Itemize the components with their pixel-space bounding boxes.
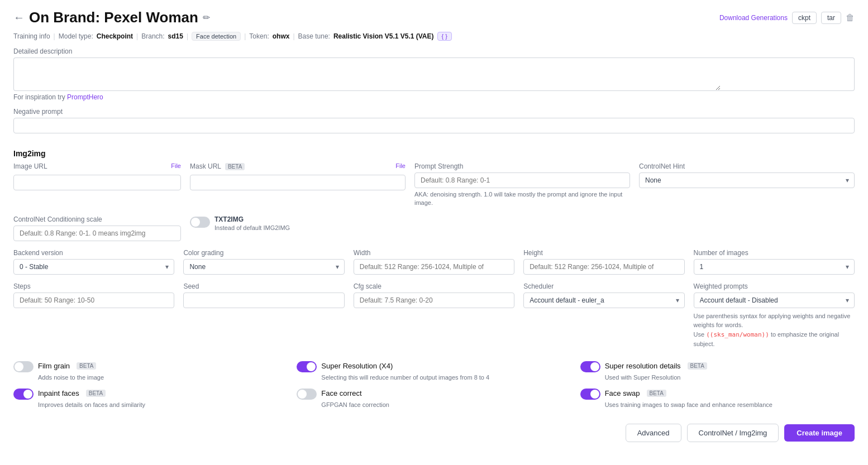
- weighted-prompts-field: Weighted prompts Account default - Disab…: [694, 282, 855, 349]
- weighted-prompts-desc: Use parenthesis syntax for applying weig…: [694, 311, 855, 349]
- super-res-sub: Selecting this will reduce number of out…: [297, 374, 571, 381]
- model-type-value: Checkpoint: [97, 32, 133, 40]
- model-type-label: Model type:: [59, 32, 93, 40]
- backend-version-select[interactable]: 0 - Stable 1 - Experimental: [13, 259, 174, 275]
- controlnet-hint-label: ControlNet Hint: [639, 162, 855, 170]
- controlnet-hint-select[interactable]: None Canny Depth Openpose: [639, 172, 855, 188]
- txt2img-toggle[interactable]: [190, 217, 210, 228]
- film-grain-beta: BETA: [77, 362, 96, 370]
- description-right-panel: [721, 57, 855, 91]
- face-detection-tag: Face detection: [192, 32, 241, 41]
- create-image-button[interactable]: Create image: [784, 424, 855, 442]
- mask-url-label: Mask URL BETA: [190, 162, 245, 170]
- image-url-field: Image URL File: [13, 162, 181, 190]
- txt2img-sub: Instead of default IMG2IMG: [214, 224, 290, 231]
- steps-field: Steps: [13, 282, 174, 308]
- trash-icon[interactable]: 🗑: [846, 13, 855, 23]
- film-grain-toggle-item: Film grain BETA Adds noise to the image: [13, 360, 288, 381]
- scheduler-select[interactable]: Account default - euler_a euler ddim pnd…: [523, 293, 684, 308]
- mask-url-input[interactable]: [190, 175, 406, 190]
- base-tune-label: Base tune:: [298, 32, 330, 40]
- download-link[interactable]: Download Generations: [719, 14, 788, 22]
- face-correct-toggle-item: Face correct GFPGAN face correction: [297, 387, 571, 408]
- inpaint-faces-sub: Improves details on faces and similarity: [13, 401, 288, 408]
- inpaint-faces-label: Inpaint faces: [38, 389, 79, 397]
- height-input[interactable]: [523, 259, 684, 275]
- image-url-label: Image URL: [13, 162, 47, 170]
- seed-label: Seed: [183, 282, 344, 290]
- height-label: Height: [523, 249, 684, 257]
- inpaint-faces-toggle[interactable]: [13, 389, 34, 400]
- image-url-input[interactable]: [13, 175, 181, 190]
- controlnet-scale-field: ControlNet Conditioning scale: [13, 215, 181, 241]
- controlnet-img2img-button[interactable]: ControlNet / Img2img: [687, 424, 779, 442]
- film-grain-label: Film grain: [38, 362, 70, 370]
- face-swap-toggle[interactable]: [580, 389, 600, 400]
- super-res-details-toggle-item: Super resolution details BETA Used with …: [580, 360, 855, 381]
- description-textarea[interactable]: [13, 57, 721, 91]
- steps-input[interactable]: [13, 293, 174, 308]
- color-grading-label: Color grading: [183, 249, 344, 257]
- weighted-prompts-select[interactable]: Account default - Disabled Enabled Disab…: [694, 293, 855, 308]
- super-res-label: Super Resolution (X4): [321, 362, 393, 370]
- height-field: Height: [523, 249, 684, 275]
- negative-prompt-input[interactable]: [13, 118, 855, 133]
- weighted-code: ((sks_man/woman)): [706, 331, 769, 338]
- txt2img-label: TXT2IMG: [214, 215, 290, 223]
- image-url-file-link[interactable]: File: [171, 162, 181, 169]
- img2img-title: Img2img: [13, 149, 855, 158]
- prompthero-link[interactable]: PromptHero: [67, 93, 103, 101]
- super-res-toggle-item: Super Resolution (X4) Selecting this wil…: [297, 360, 571, 381]
- seed-field: Seed 42: [183, 282, 344, 308]
- face-swap-label: Face swap: [605, 389, 640, 397]
- prompt-strength-input[interactable]: [414, 172, 630, 188]
- cfg-scale-input[interactable]: [354, 293, 514, 308]
- scheduler-label: Scheduler: [523, 282, 684, 290]
- color-grading-select[interactable]: None Warm Cool Vivid: [183, 259, 344, 275]
- seed-input[interactable]: 42: [183, 293, 344, 308]
- scheduler-field: Scheduler Account default - euler_a eule…: [523, 282, 684, 308]
- controlnet-scale-input[interactable]: [13, 226, 181, 241]
- description-label: Detailed description: [13, 47, 855, 55]
- inpaint-faces-beta: BETA: [86, 390, 106, 397]
- face-correct-label: Face correct: [321, 389, 361, 397]
- back-button[interactable]: ←: [13, 11, 25, 24]
- inspiration-text: For inspiration try PromptHero: [13, 93, 855, 101]
- token-value: ohwx: [273, 32, 290, 40]
- mask-url-beta: BETA: [225, 163, 245, 170]
- num-images-select[interactable]: 1 2 4 8: [694, 259, 855, 275]
- face-swap-beta: BETA: [647, 390, 666, 397]
- meta-row: Training info | Model type: Checkpoint |…: [13, 32, 855, 41]
- super-res-details-beta: BETA: [688, 362, 707, 370]
- width-field: Width: [354, 249, 514, 275]
- num-images-label: Number of images: [694, 249, 855, 257]
- film-grain-sub: Adds noise to the image: [13, 374, 288, 381]
- super-res-details-sub: Used with Super Resolution: [580, 374, 855, 381]
- txt2img-toggle-area: TXT2IMG Instead of default IMG2IMG: [190, 215, 290, 231]
- token-label: Token:: [249, 32, 269, 40]
- prompt-strength-hint: AKA: denoising strength. 1.0 will take m…: [414, 190, 630, 208]
- training-info-label: Training info: [13, 32, 50, 40]
- mask-url-file-link[interactable]: File: [395, 162, 406, 169]
- width-input[interactable]: [354, 259, 514, 275]
- page-title: On Brand: Pexel Woman: [29, 9, 198, 26]
- backend-version-label: Backend version: [13, 249, 174, 257]
- cfg-scale-label: Cfg scale: [354, 282, 514, 290]
- face-correct-toggle[interactable]: [297, 389, 317, 400]
- steps-label: Steps: [13, 282, 174, 290]
- base-tune-value: Realistic Vision V5.1 V5.1 (VAE): [333, 32, 434, 40]
- film-grain-toggle[interactable]: [13, 361, 34, 372]
- weighted-prompts-label: Weighted prompts: [694, 282, 855, 290]
- tar-button[interactable]: tar: [821, 12, 841, 24]
- branch-label: Branch:: [141, 32, 164, 40]
- cfg-scale-field: Cfg scale: [354, 282, 514, 308]
- backend-version-field: Backend version 0 - Stable 1 - Experimen…: [13, 249, 174, 275]
- super-res-details-toggle[interactable]: [580, 361, 600, 372]
- super-res-toggle[interactable]: [297, 361, 317, 372]
- base-tune-tag: { }: [437, 32, 452, 41]
- ckpt-button[interactable]: ckpt: [792, 12, 817, 24]
- controlnet-hint-field: ControlNet Hint None Canny Depth Openpos…: [639, 162, 855, 188]
- edit-icon[interactable]: ✏: [203, 12, 210, 23]
- branch-value: sd15: [168, 32, 183, 40]
- advanced-button[interactable]: Advanced: [626, 424, 681, 442]
